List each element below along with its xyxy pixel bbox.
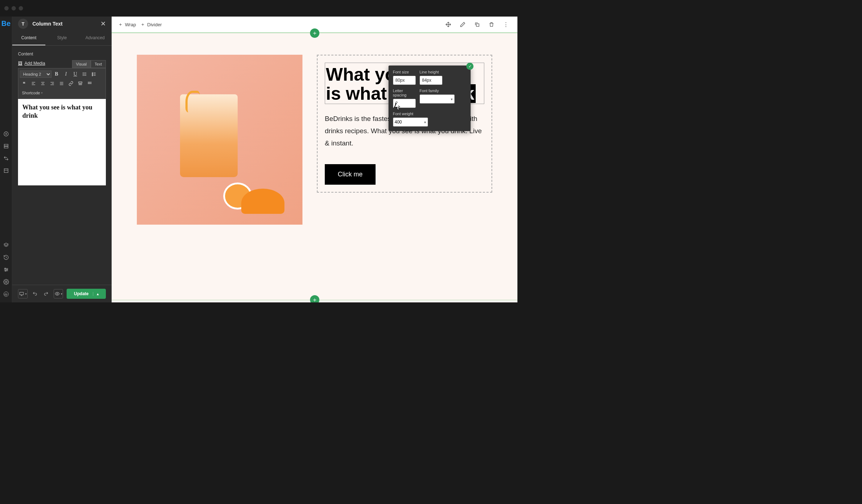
- sliders-icon[interactable]: [1, 264, 12, 275]
- section-tool-icon[interactable]: [1, 141, 12, 152]
- format-select[interactable]: Heading 2: [20, 71, 51, 78]
- line-height-input[interactable]: [419, 76, 443, 85]
- font-weight-field: Font weight 400: [393, 112, 428, 127]
- sidebar-footer: Update▴: [12, 285, 112, 302]
- panel-title: Column Text: [32, 21, 96, 27]
- svg-text:3: 3: [92, 75, 93, 76]
- svg-rect-45: [88, 83, 89, 84]
- add-tool-icon[interactable]: [1, 129, 12, 139]
- panel-header: T Column Text ✕: [12, 17, 112, 31]
- underline-button[interactable]: U: [71, 70, 80, 78]
- tab-advanced[interactable]: Advanced: [78, 31, 112, 45]
- heading-line-2a: is what: [326, 84, 392, 104]
- letter-spacing-label: Letter spacing: [393, 89, 416, 97]
- wrap-button[interactable]: ＋Wrap: [118, 21, 136, 28]
- tab-content[interactable]: Content: [12, 31, 45, 45]
- svg-rect-4: [4, 147, 8, 148]
- align-justify-button[interactable]: [57, 79, 66, 88]
- svg-rect-42: [88, 82, 89, 82]
- align-left-button[interactable]: [29, 79, 38, 88]
- preview-button[interactable]: [54, 289, 63, 298]
- maximize-traffic-light[interactable]: [19, 6, 23, 10]
- font-size-label: Font size: [393, 70, 416, 74]
- divider-button[interactable]: ＋Divider: [140, 21, 162, 28]
- svg-rect-44: [90, 82, 91, 82]
- svg-rect-46: [89, 83, 90, 84]
- italic-button[interactable]: I: [62, 70, 70, 78]
- wordpress-icon[interactable]: [1, 289, 12, 300]
- image-column[interactable]: [137, 55, 302, 225]
- wysiwyg-toolbar: Heading 2 B I U 123 ❝: [18, 68, 106, 99]
- add-media-button[interactable]: 🖼 Add Media: [18, 61, 45, 66]
- font-weight-select[interactable]: 400: [393, 117, 428, 127]
- add-section-bottom-button[interactable]: ＋: [310, 295, 319, 302]
- shortcode-button[interactable]: Shortcode▾: [20, 89, 45, 97]
- more-icon[interactable]: ⋮: [501, 19, 511, 30]
- svg-rect-5: [4, 169, 8, 173]
- svg-rect-39: [78, 82, 82, 83]
- accept-icon[interactable]: ✓: [466, 63, 473, 70]
- brand-logo[interactable]: Be: [1, 17, 11, 34]
- font-size-input[interactable]: [393, 76, 416, 85]
- close-traffic-light[interactable]: [4, 6, 9, 10]
- svg-point-16: [83, 74, 83, 74]
- update-button[interactable]: Update▴: [67, 289, 106, 299]
- font-family-select[interactable]: [419, 94, 455, 104]
- panel-body: Content 🖼 Add Media Visual Text Heading: [12, 46, 112, 285]
- settings-icon[interactable]: [1, 276, 12, 287]
- edit-icon[interactable]: [458, 19, 468, 30]
- editor-body[interactable]: What you see is what you drink: [18, 99, 106, 185]
- add-media-label: Add Media: [24, 61, 45, 66]
- minimize-traffic-light[interactable]: [12, 6, 16, 10]
- svg-point-17: [83, 75, 83, 76]
- panel-type-icon: T: [18, 19, 28, 29]
- add-section-top-button[interactable]: ＋: [310, 28, 319, 38]
- main-area: Be T Column Text ✕ Content Style Ad: [0, 17, 517, 302]
- plus-icon: ＋: [140, 21, 145, 28]
- editor-tab-text[interactable]: Text: [91, 60, 106, 68]
- toolbar-toggle-button[interactable]: [85, 79, 94, 88]
- line-height-field: Line height: [419, 70, 443, 85]
- section-label: Content: [18, 51, 106, 57]
- line-height-label: Line height: [419, 70, 443, 74]
- editor-tab-visual[interactable]: Visual: [72, 60, 91, 68]
- bold-button[interactable]: B: [52, 70, 61, 78]
- bullet-list-button[interactable]: [80, 70, 89, 78]
- swap-tool-icon[interactable]: [1, 153, 12, 164]
- align-right-button[interactable]: [48, 79, 57, 88]
- align-center-button[interactable]: [39, 79, 47, 88]
- font-family-label: Font family: [419, 89, 455, 93]
- letter-spacing-input[interactable]: [393, 99, 416, 108]
- undo-button[interactable]: [31, 289, 39, 298]
- svg-point-13: [5, 281, 7, 283]
- viewport-button[interactable]: [18, 289, 28, 298]
- svg-rect-47: [90, 83, 91, 84]
- font-size-field: Font size: [393, 70, 416, 85]
- svg-rect-3: [4, 144, 8, 146]
- layers-icon[interactable]: [1, 240, 12, 251]
- media-icon: 🖼: [18, 61, 22, 66]
- app-window: Be T Column Text ✕ Content Style Ad: [0, 0, 517, 302]
- numbered-list-button[interactable]: 123: [90, 70, 98, 78]
- clone-icon[interactable]: [472, 19, 482, 30]
- svg-point-51: [57, 293, 58, 294]
- orange-peel-graphic: [185, 91, 200, 112]
- tab-style[interactable]: Style: [45, 31, 78, 45]
- move-icon[interactable]: [443, 19, 453, 30]
- editor-mode-tabs: Visual Text: [72, 60, 106, 68]
- canvas[interactable]: ◂ ＋Wrap ＋Divider ⋮ ＋: [112, 17, 517, 302]
- history-icon[interactable]: [1, 252, 12, 263]
- cta-button[interactable]: Click me: [325, 164, 376, 185]
- link-button[interactable]: [67, 79, 75, 88]
- svg-rect-48: [20, 292, 24, 295]
- more-button[interactable]: [76, 79, 85, 88]
- layout-tool-icon[interactable]: [1, 165, 12, 176]
- close-icon[interactable]: ✕: [100, 20, 106, 28]
- orange-wedge-graphic: [241, 189, 284, 214]
- delete-icon[interactable]: [486, 19, 497, 30]
- plus-icon: ＋: [118, 21, 123, 28]
- redo-button[interactable]: [42, 289, 50, 298]
- typography-popover: ✓ Font size Line height Letter spacing F…: [389, 66, 471, 131]
- content-row: What you see is what you drink BeDrinks …: [112, 33, 517, 246]
- blockquote-button[interactable]: ❝: [20, 79, 28, 88]
